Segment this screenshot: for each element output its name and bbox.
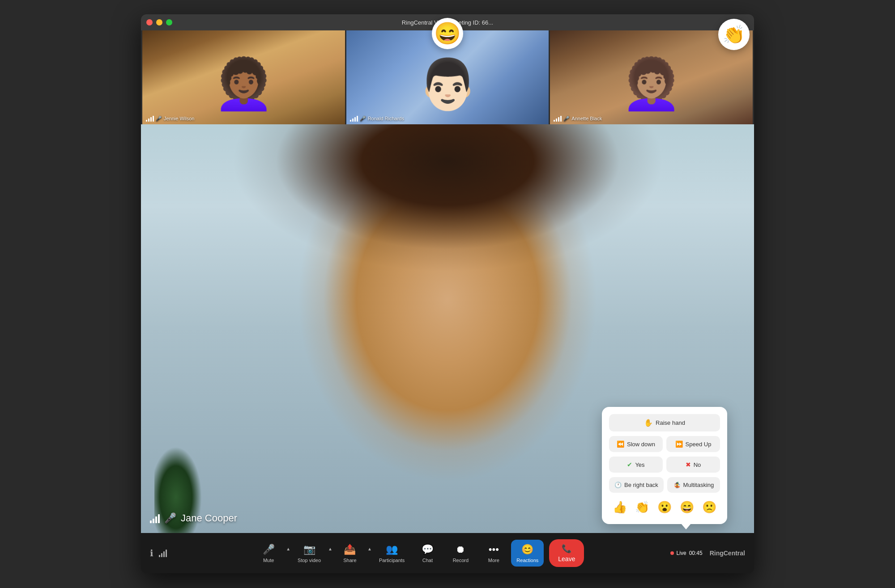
status-row: 🕐 Be right back 🤹 Multitasking [609,477,720,493]
reactions-button[interactable]: 😊 Reactions [511,540,544,567]
emoji-sad[interactable]: 🙁 [699,497,719,517]
main-video: 🎤 Jane Cooper ✋ Raise hand ⏪ Slow down [141,124,754,533]
multitasking-button[interactable]: 🤹 Multitasking [667,477,720,493]
participants-button[interactable]: 👥 Participants [374,540,410,567]
camera-icon: 📷 [303,543,315,556]
raise-hand-row: ✋ Raise hand [609,414,720,431]
chat-button[interactable]: 💬 Chat [412,540,443,567]
record-icon: ⏺ [456,543,465,556]
stop-video-button[interactable]: 📷 Stop video [292,540,326,567]
reactions-popup: ✋ Raise hand ⏪ Slow down ⏩ Speed Up [602,407,727,524]
main-video-bg: 🎤 Jane Cooper ✋ Raise hand ⏪ Slow down [141,124,754,533]
toolbar-right: Live 00:45 RingCentral [670,550,745,557]
video-arrow[interactable]: ▲ [328,546,332,551]
emoji-thumbsup[interactable]: 👍 [610,497,630,517]
share-icon: 📤 [344,543,356,556]
brand-name: RingCentral [710,550,745,557]
live-dot [670,551,674,555]
toolbar-center: 🎤 Mute ▲ 📷 Stop video ▲ 📤 Share ▲ 👥 Part… [167,539,670,567]
mute-arrow[interactable]: ▲ [286,546,290,551]
speed-up-icon: ⏩ [675,440,683,448]
share-arrow[interactable]: ▲ [367,546,372,551]
be-right-back-button[interactable]: 🕐 Be right back [609,477,664,493]
leave-button-wrapper: 📞 Leave [549,539,584,567]
maximize-button[interactable] [166,19,172,25]
traffic-lights [146,19,172,25]
meeting-window: RingCentral Video Meeting ID: 66... 😄 👏 … [141,14,754,573]
live-label: Live [677,550,686,556]
more-button[interactable]: ••• More [478,540,509,567]
participant-thumb-1[interactable]: 👩🏾‍🦱 🎤 Jennie Wilson [142,30,345,124]
chat-icon: 💬 [422,543,434,556]
emoji-wow[interactable]: 😮 [655,497,674,517]
participant-name-3: 🎤 Annette Black [554,115,602,122]
toolbar: ℹ 🎤 Mute ▲ 📷 Stop video ▲ [141,533,754,573]
leave-icon: 📞 [562,544,571,554]
participant-name-2: 🎤 Ronald Richards [350,115,404,122]
minimize-button[interactable] [156,19,162,25]
participants-icon: 👥 [386,543,398,556]
clock-icon: 🕐 [614,482,622,488]
mic-icon: 🎤 [263,543,275,556]
share-button[interactable]: 📤 Share [334,540,366,567]
hand-icon: ✋ [644,419,653,427]
live-indicator: Live 00:45 [670,550,703,556]
yes-button[interactable]: ✔ Yes [609,457,663,473]
slow-down-icon: ⏪ [617,440,624,448]
yes-icon: ✔ [627,461,632,468]
participant-name-1: 🎤 Jennie Wilson [146,115,194,122]
multitask-icon: 🤹 [673,482,681,488]
reactions-icon: 😊 [521,543,533,556]
yes-no-row: ✔ Yes ✖ No [609,457,720,473]
mute-button[interactable]: 🎤 Mute [253,540,284,567]
no-button[interactable]: ✖ No [666,457,720,473]
info-button[interactable]: ℹ [150,548,153,558]
speed-row: ⏪ Slow down ⏩ Speed Up [609,436,720,452]
record-button[interactable]: ⏺ Record [445,540,476,567]
raise-hand-button[interactable]: ✋ Raise hand [609,414,720,431]
speed-up-button[interactable]: ⏩ Speed Up [666,436,720,452]
no-icon: ✖ [686,461,691,468]
live-time: 00:45 [689,550,703,556]
main-participant-name: 🎤 Jane Cooper [150,512,237,524]
signal-indicator [159,549,167,557]
more-icon: ••• [489,543,499,556]
toolbar-left: ℹ [150,548,167,558]
emoji-clap[interactable]: 👏 [632,497,652,517]
hair-overlay [233,124,662,308]
emoji-row: 👍 👏 😮 😄 🙁 [609,497,720,517]
slow-down-button[interactable]: ⏪ Slow down [609,436,663,452]
floating-emoji-face: 😄 [432,18,463,49]
emoji-happy[interactable]: 😄 [677,497,697,517]
corner-emoji-clap: 👏 [718,19,750,50]
leave-button[interactable]: 📞 Leave [549,539,584,567]
close-button[interactable] [146,19,153,25]
